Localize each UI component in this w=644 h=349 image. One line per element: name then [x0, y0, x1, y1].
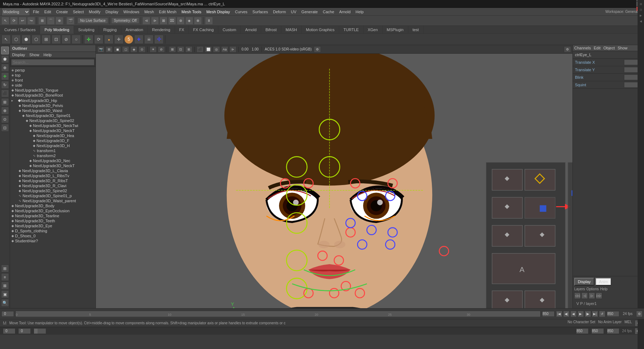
vp-settings[interactable]: ⚙: [564, 46, 571, 53]
right-icon-4[interactable]: ◀: [638, 19, 643, 24]
vp-camera[interactable]: 📷: [97, 46, 104, 53]
list-item[interactable]: ◆ NextUpgrade3D_NeckT: [10, 163, 96, 168]
tab-fx-caching[interactable]: FX Caching: [189, 26, 218, 34]
menu-mesh-tools[interactable]: Mesh Tools: [179, 9, 203, 15]
tab-mash[interactable]: MASH: [281, 26, 302, 34]
current-frame2-input[interactable]: [18, 328, 31, 334]
show-menu[interactable]: Show: [618, 46, 628, 50]
vp-view2[interactable]: ⊡: [177, 46, 184, 53]
tool-list[interactable]: ≡: [1, 273, 9, 281]
edit-menu[interactable]: Edit: [594, 46, 600, 50]
channels-menu[interactable]: Channels: [574, 46, 591, 50]
tab-xgen[interactable]: XGen: [364, 26, 382, 34]
tab-curves-surfaces[interactable]: Curves / Surfaces: [0, 26, 40, 34]
right-icon-1[interactable]: ⊞: [638, 1, 643, 6]
list-item[interactable]: ◆ NextUpgrade3D_F: [10, 138, 96, 143]
tool-search-left[interactable]: 🔍: [1, 299, 9, 307]
menu-help[interactable]: Help: [353, 9, 366, 15]
no-live-surface[interactable]: No Live Surface: [78, 18, 108, 24]
tb-misc6[interactable]: ◈: [185, 17, 193, 25]
channel-name-ty[interactable]: Translate Y: [575, 68, 595, 72]
shelf-soft[interactable]: ⬠: [31, 35, 41, 44]
tool-redo[interactable]: ↪: [27, 17, 35, 25]
list-item[interactable]: ◆ NextUpgrade3D_L_RibsTv: [10, 173, 96, 178]
pause-btn[interactable]: ⏸: [205, 17, 213, 25]
help-option[interactable]: Help: [600, 287, 608, 291]
vp-lights[interactable]: ☀: [150, 46, 157, 53]
shelf-rotate[interactable]: ⟳: [94, 35, 103, 44]
range-end-bot[interactable]: [576, 328, 589, 334]
tab-animation[interactable]: Animation: [121, 26, 148, 34]
shelf-cube[interactable]: ⊡: [52, 35, 61, 44]
list-item[interactable]: ◆ StudentHair?: [10, 238, 96, 243]
vp-shading2[interactable]: ◻: [122, 46, 129, 53]
display-tab[interactable]: Display: [574, 278, 594, 286]
tool-universal-manip[interactable]: ⊞: [1, 98, 9, 106]
tab-motion-graphics[interactable]: Motion Graphics: [302, 26, 339, 34]
tb-misc2[interactable]: ⊳: [151, 17, 159, 25]
vp-color-settings[interactable]: ⚙: [314, 46, 321, 53]
list-item[interactable]: ◆ NextUpgrade3D_Spine02: [10, 188, 96, 193]
range-end-input[interactable]: [607, 311, 619, 317]
layer-next-btn[interactable]: ▷: [589, 292, 595, 299]
right-icon-3[interactable]: ▶: [638, 13, 643, 18]
shelf-lasso[interactable]: ⬡: [11, 35, 21, 44]
snap-grid[interactable]: ⊞: [38, 17, 46, 25]
start-frame-input[interactable]: [1, 311, 14, 317]
shelf-obj[interactable]: ⊞: [42, 35, 51, 44]
outliner-help[interactable]: Help: [42, 52, 54, 58]
tool-render-small[interactable]: ▣: [1, 290, 9, 298]
end-frame-input[interactable]: [542, 311, 555, 317]
menu-display[interactable]: Display: [103, 9, 121, 15]
tool-soft-mod[interactable]: ⊗: [1, 107, 9, 115]
tb-misc7[interactable]: ⊗: [194, 17, 202, 25]
current-frame-input[interactable]: [3, 328, 15, 334]
menu-uv[interactable]: UV: [289, 9, 298, 15]
list-item[interactable]: ◈ side: [10, 83, 96, 88]
layer-prev2-btn[interactable]: ◁: [581, 292, 588, 299]
vp-panels[interactable]: ⊞: [106, 46, 113, 53]
menu-mesh[interactable]: Mesh: [142, 9, 156, 15]
list-item[interactable]: ◆ NextUpgrade3D_H: [10, 143, 96, 148]
tool-paint-select[interactable]: ⬟: [1, 55, 9, 63]
tool-scale[interactable]: ⬛: [1, 89, 9, 97]
list-item[interactable]: ◆ NextUpgrade3D_Spine02: [10, 118, 96, 123]
tool-move[interactable]: ✛: [1, 72, 9, 80]
list-item[interactable]: ◆ NextUpgrade3D_Waist: [10, 108, 96, 113]
tab-rendering[interactable]: Rendering: [148, 26, 175, 34]
menu-deform[interactable]: Deform: [271, 9, 288, 15]
menu-cache[interactable]: Cache: [321, 9, 336, 15]
options-option[interactable]: Options: [586, 287, 599, 291]
list-item[interactable]: ◈ front: [10, 78, 96, 83]
step-fwd-btn[interactable]: |▶: [585, 311, 591, 317]
tool-sculpt[interactable]: ⊙: [1, 115, 9, 123]
list-item[interactable]: ◆ NextUpgrade3D_Tongue: [10, 88, 96, 93]
menu-mesh-display[interactable]: Mesh Display: [204, 9, 232, 15]
tab-rigging[interactable]: Rigging: [99, 26, 121, 34]
tool-select-left[interactable]: ↖: [1, 47, 9, 54]
tb-misc5[interactable]: ⊚: [177, 17, 185, 25]
menu-surfaces[interactable]: Surfaces: [250, 9, 270, 15]
menu-edit-mesh[interactable]: Edit Mesh: [157, 9, 179, 15]
menu-edit[interactable]: Edit: [42, 9, 53, 15]
play-back-btn[interactable]: ◀: [570, 311, 577, 317]
tb-misc1[interactable]: ⊲: [142, 17, 150, 25]
list-item[interactable]: ◆ NextUpgrade3D_Tearline: [10, 213, 96, 218]
list-item[interactable]: ◆ D_Shoes_0: [10, 233, 96, 238]
shelf-skull[interactable]: ☠: [144, 35, 153, 44]
list-item[interactable]: ◈ persp: [10, 68, 96, 73]
tab-test[interactable]: test: [408, 26, 424, 34]
list-item[interactable]: ▸ ◆ NextUpgrade3D_Hip: [10, 98, 96, 103]
vp-aa[interactable]: Aa: [221, 46, 228, 53]
list-item[interactable]: ∿ transform1: [10, 148, 96, 153]
list-item[interactable]: ∿ transform2: [10, 153, 96, 158]
layer-prev-btn[interactable]: ◁◁: [574, 292, 581, 299]
menu-create[interactable]: Create: [54, 9, 70, 15]
tool-lasso[interactable]: ⟳: [10, 17, 18, 25]
timeline-bar[interactable]: 0 5 10 15 20 25 30: [15, 311, 541, 317]
tool-grid[interactable]: ⊞: [1, 265, 9, 272]
loop-btn[interactable]: ↺: [599, 311, 605, 317]
tb-misc4[interactable]: ⌧: [168, 17, 176, 25]
list-item[interactable]: ◆ NextUpgrade3D_L_Clavia: [10, 168, 96, 173]
vp-shadow[interactable]: ⊘: [158, 46, 165, 53]
